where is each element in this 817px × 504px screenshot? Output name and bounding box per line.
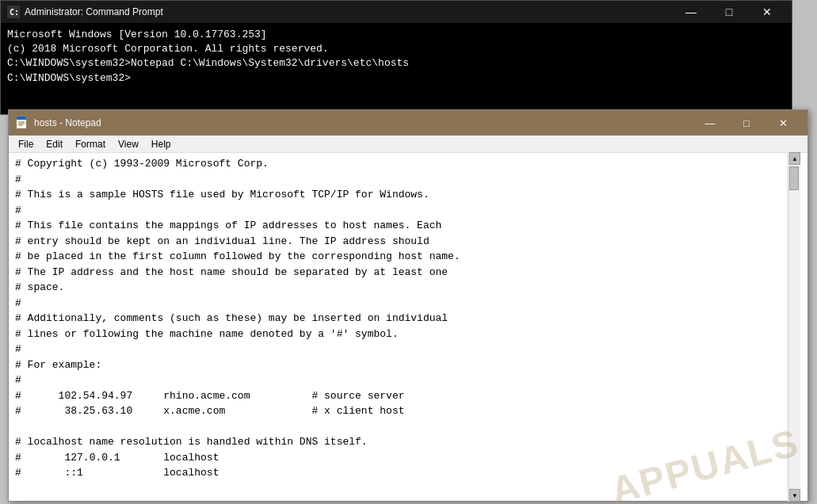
notepad-title: hosts - Notepad (34, 117, 692, 128)
cmd-content: Microsoft Windows [Version 10.0.17763.25… (1, 23, 792, 90)
notepad-window: hosts - Notepad — □ ✕ File Edit Format V… (8, 109, 808, 502)
cmd-titlebar: C: Administrator: Command Prompt — □ ✕ (1, 1, 792, 23)
svg-rect-3 (17, 116, 26, 120)
svg-text:C:: C: (10, 8, 19, 17)
notepad-minimize-button[interactable]: — (692, 110, 728, 136)
scroll-up-button[interactable]: ▲ (789, 152, 800, 165)
notepad-titlebar-buttons: — □ ✕ (692, 110, 801, 136)
menu-help[interactable]: Help (145, 137, 178, 151)
cmd-line-1: Microsoft Windows [Version 10.0.17763.25… (7, 28, 785, 42)
menu-file[interactable]: File (12, 137, 40, 151)
notepad-text-area[interactable]: # Copyright (c) 1993-2009 Microsoft Corp… (9, 153, 807, 501)
cmd-line-4: C:\WINDOWS\system32>Notepad C:\Windows\S… (7, 56, 785, 71)
cmd-minimize-button[interactable]: — (673, 1, 709, 23)
scroll-down-button[interactable]: ▼ (789, 489, 800, 502)
menu-edit[interactable]: Edit (40, 137, 69, 151)
cmd-maximize-button[interactable]: □ (711, 1, 747, 23)
notepad-menu: File Edit Format View Help (9, 136, 807, 153)
notepad-close-button[interactable]: ✕ (765, 110, 801, 136)
scrollbar[interactable]: ▲ ▼ (788, 152, 800, 502)
scroll-thumb[interactable] (789, 166, 799, 190)
notepad-maximize-button[interactable]: □ (728, 110, 765, 136)
cmd-window: C: Administrator: Command Prompt — □ ✕ M… (0, 0, 792, 115)
cmd-titlebar-buttons: — □ ✕ (673, 1, 785, 23)
menu-format[interactable]: Format (69, 137, 112, 151)
cmd-title: Administrator: Command Prompt (25, 6, 673, 17)
cmd-line-6: C:\WINDOWS\system32> (7, 71, 785, 86)
notepad-icon (15, 116, 29, 130)
notepad-titlebar: hosts - Notepad — □ ✕ (9, 110, 807, 136)
cmd-icon: C: (7, 6, 20, 18)
menu-view[interactable]: View (112, 137, 145, 151)
cmd-close-button[interactable]: ✕ (749, 1, 785, 23)
cmd-line-2: (c) 2018 Microsoft Corporation. All righ… (7, 42, 785, 56)
